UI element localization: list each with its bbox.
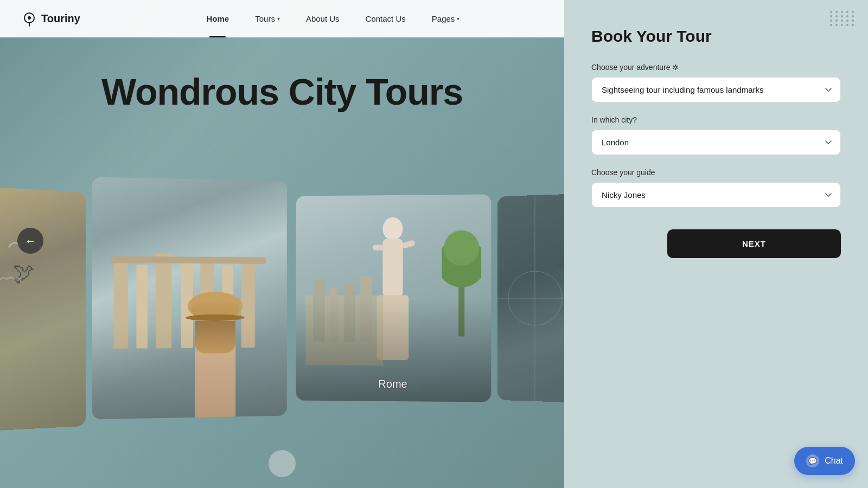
logo-area: Touriny: [22, 11, 80, 27]
svg-rect-11: [382, 239, 403, 296]
chat-icon: 💬: [806, 454, 819, 467]
city-label: Rome: [378, 378, 407, 390]
adventure-select[interactable]: Sightseeing tour including famous landma…: [591, 77, 841, 102]
svg-rect-2: [114, 259, 128, 349]
city-select[interactable]: London Rome Paris Barcelona Amsterdam: [591, 130, 841, 155]
svg-rect-17: [329, 287, 338, 342]
nav-home[interactable]: Home: [194, 10, 242, 28]
svg-rect-9: [111, 256, 265, 264]
adventure-form-group: Choose your adventure ✲ Sightseeing tour…: [591, 63, 841, 102]
chat-button[interactable]: 💬 Chat: [794, 447, 855, 475]
svg-rect-14: [377, 295, 409, 360]
main-site: Touriny Home Tours ▾ About Us Contact Us…: [0, 0, 564, 488]
svg-rect-20: [458, 278, 464, 337]
guide-label: Choose your guide: [591, 168, 841, 177]
svg-rect-8: [241, 260, 255, 348]
adventure-label: Choose your adventure ✲: [591, 63, 841, 72]
city-label: In which city?: [591, 115, 841, 124]
dots-decoration: [830, 11, 855, 26]
svg-rect-13: [401, 240, 416, 249]
hero-title: Wondrous City Tours: [0, 70, 564, 113]
logo-icon: [22, 11, 37, 27]
image-gallery: Rome: [0, 130, 564, 466]
gallery-item-interior: [497, 194, 564, 403]
guide-select[interactable]: Nicky Jones James Smith Maria Rossi Pier…: [591, 182, 841, 208]
svg-rect-4: [156, 254, 171, 348]
nav-about[interactable]: About Us: [293, 10, 353, 28]
city-form-group: In which city? London Rome Paris Barcelo…: [591, 115, 841, 155]
prev-slide-button[interactable]: ←: [17, 228, 43, 254]
svg-rect-12: [373, 245, 384, 251]
svg-point-22: [444, 230, 479, 266]
svg-point-21: [442, 238, 481, 287]
svg-rect-18: [344, 284, 355, 342]
svg-point-1: [28, 16, 31, 20]
gallery-item-birds: [0, 188, 86, 431]
logo-name: Touriny: [41, 12, 80, 25]
navbar: Touriny Home Tours ▾ About Us Contact Us…: [0, 0, 564, 37]
required-mark: ✲: [672, 63, 679, 72]
nav-pages[interactable]: Pages ▾: [419, 10, 473, 28]
gallery-item-statue: Rome: [296, 194, 492, 402]
svg-rect-19: [360, 276, 372, 342]
gallery-item-ruins: [92, 177, 287, 419]
chat-label: Chat: [825, 456, 843, 466]
svg-point-10: [382, 217, 403, 241]
svg-rect-15: [305, 296, 383, 365]
tours-chevron-icon: ▾: [277, 16, 280, 22]
svg-rect-3: [136, 265, 148, 348]
nav-contact[interactable]: Contact Us: [353, 10, 419, 28]
booking-title: Book Your Tour: [591, 27, 841, 46]
booking-panel: Book Your Tour Choose your adventure ✲ S…: [564, 0, 868, 488]
nav-tours[interactable]: Tours ▾: [242, 10, 293, 28]
guide-form-group: Choose your guide Nicky Jones James Smit…: [591, 168, 841, 208]
scroll-indicator: [269, 450, 296, 477]
svg-rect-16: [313, 280, 324, 342]
nav-links: Home Tours ▾ About Us Contact Us Pages ▾: [124, 10, 542, 28]
pages-chevron-icon: ▾: [457, 16, 459, 22]
next-button[interactable]: NEXT: [667, 229, 841, 258]
